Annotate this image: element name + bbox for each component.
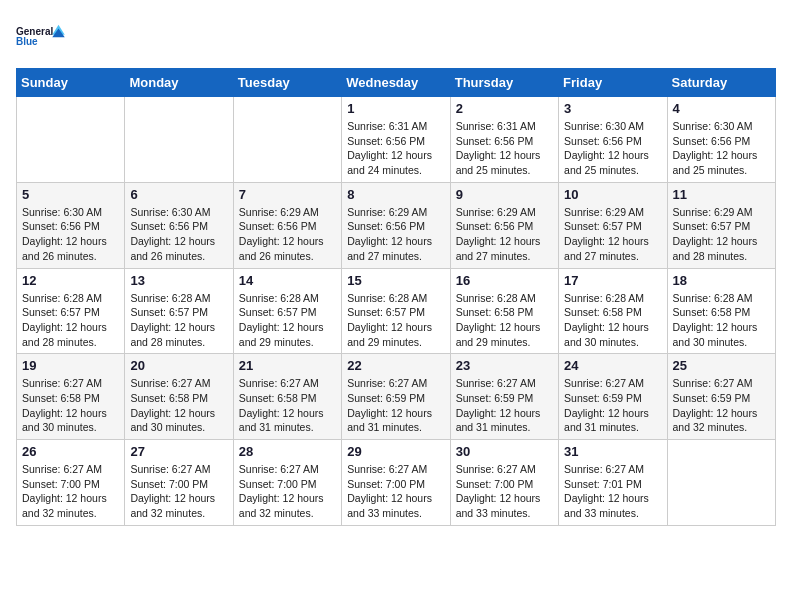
svg-text:Blue: Blue [16, 36, 38, 47]
day-info: Sunrise: 6:31 AM Sunset: 6:56 PM Dayligh… [456, 119, 553, 178]
calendar-cell: 30Sunrise: 6:27 AM Sunset: 7:00 PM Dayli… [450, 440, 558, 526]
day-info: Sunrise: 6:27 AM Sunset: 7:00 PM Dayligh… [239, 462, 336, 521]
calendar-cell: 14Sunrise: 6:28 AM Sunset: 6:57 PM Dayli… [233, 268, 341, 354]
calendar-cell: 28Sunrise: 6:27 AM Sunset: 7:00 PM Dayli… [233, 440, 341, 526]
calendar-cell: 5Sunrise: 6:30 AM Sunset: 6:56 PM Daylig… [17, 182, 125, 268]
day-number: 5 [22, 187, 119, 202]
calendar-cell: 19Sunrise: 6:27 AM Sunset: 6:58 PM Dayli… [17, 354, 125, 440]
calendar-cell: 31Sunrise: 6:27 AM Sunset: 7:01 PM Dayli… [559, 440, 667, 526]
calendar-cell: 20Sunrise: 6:27 AM Sunset: 6:58 PM Dayli… [125, 354, 233, 440]
day-number: 10 [564, 187, 661, 202]
day-number: 19 [22, 358, 119, 373]
calendar-cell: 4Sunrise: 6:30 AM Sunset: 6:56 PM Daylig… [667, 97, 775, 183]
day-number: 4 [673, 101, 770, 116]
day-number: 29 [347, 444, 444, 459]
day-number: 14 [239, 273, 336, 288]
day-number: 1 [347, 101, 444, 116]
day-number: 18 [673, 273, 770, 288]
svg-text:General: General [16, 26, 53, 37]
day-info: Sunrise: 6:29 AM Sunset: 6:56 PM Dayligh… [239, 205, 336, 264]
calendar-cell: 15Sunrise: 6:28 AM Sunset: 6:57 PM Dayli… [342, 268, 450, 354]
day-of-week-header: Saturday [667, 69, 775, 97]
day-number: 20 [130, 358, 227, 373]
day-info: Sunrise: 6:30 AM Sunset: 6:56 PM Dayligh… [564, 119, 661, 178]
day-number: 13 [130, 273, 227, 288]
day-info: Sunrise: 6:28 AM Sunset: 6:57 PM Dayligh… [347, 291, 444, 350]
day-info: Sunrise: 6:27 AM Sunset: 6:59 PM Dayligh… [347, 376, 444, 435]
day-number: 26 [22, 444, 119, 459]
calendar-cell: 1Sunrise: 6:31 AM Sunset: 6:56 PM Daylig… [342, 97, 450, 183]
day-number: 15 [347, 273, 444, 288]
calendar-cell: 12Sunrise: 6:28 AM Sunset: 6:57 PM Dayli… [17, 268, 125, 354]
calendar-cell: 6Sunrise: 6:30 AM Sunset: 6:56 PM Daylig… [125, 182, 233, 268]
day-info: Sunrise: 6:29 AM Sunset: 6:57 PM Dayligh… [564, 205, 661, 264]
calendar-cell: 26Sunrise: 6:27 AM Sunset: 7:00 PM Dayli… [17, 440, 125, 526]
day-number: 21 [239, 358, 336, 373]
day-info: Sunrise: 6:30 AM Sunset: 6:56 PM Dayligh… [130, 205, 227, 264]
calendar-cell: 21Sunrise: 6:27 AM Sunset: 6:58 PM Dayli… [233, 354, 341, 440]
day-number: 9 [456, 187, 553, 202]
day-number: 6 [130, 187, 227, 202]
calendar-cell: 23Sunrise: 6:27 AM Sunset: 6:59 PM Dayli… [450, 354, 558, 440]
day-number: 31 [564, 444, 661, 459]
logo-svg: General Blue [16, 16, 66, 56]
day-info: Sunrise: 6:28 AM Sunset: 6:57 PM Dayligh… [239, 291, 336, 350]
day-number: 28 [239, 444, 336, 459]
day-number: 22 [347, 358, 444, 373]
day-info: Sunrise: 6:31 AM Sunset: 6:56 PM Dayligh… [347, 119, 444, 178]
calendar-cell: 16Sunrise: 6:28 AM Sunset: 6:58 PM Dayli… [450, 268, 558, 354]
day-number: 12 [22, 273, 119, 288]
day-number: 23 [456, 358, 553, 373]
day-number: 17 [564, 273, 661, 288]
day-info: Sunrise: 6:27 AM Sunset: 6:58 PM Dayligh… [239, 376, 336, 435]
calendar-cell: 11Sunrise: 6:29 AM Sunset: 6:57 PM Dayli… [667, 182, 775, 268]
day-info: Sunrise: 6:30 AM Sunset: 6:56 PM Dayligh… [22, 205, 119, 264]
day-info: Sunrise: 6:28 AM Sunset: 6:57 PM Dayligh… [22, 291, 119, 350]
logo: General Blue [16, 16, 66, 56]
calendar-week-row: 12Sunrise: 6:28 AM Sunset: 6:57 PM Dayli… [17, 268, 776, 354]
calendar-week-row: 5Sunrise: 6:30 AM Sunset: 6:56 PM Daylig… [17, 182, 776, 268]
day-of-week-header: Thursday [450, 69, 558, 97]
day-info: Sunrise: 6:27 AM Sunset: 6:59 PM Dayligh… [564, 376, 661, 435]
day-number: 24 [564, 358, 661, 373]
calendar-cell: 10Sunrise: 6:29 AM Sunset: 6:57 PM Dayli… [559, 182, 667, 268]
day-number: 2 [456, 101, 553, 116]
calendar-cell: 22Sunrise: 6:27 AM Sunset: 6:59 PM Dayli… [342, 354, 450, 440]
calendar-table: SundayMondayTuesdayWednesdayThursdayFrid… [16, 68, 776, 526]
day-of-week-header: Monday [125, 69, 233, 97]
calendar-cell [17, 97, 125, 183]
calendar-cell: 24Sunrise: 6:27 AM Sunset: 6:59 PM Dayli… [559, 354, 667, 440]
calendar-cell [125, 97, 233, 183]
day-info: Sunrise: 6:28 AM Sunset: 6:58 PM Dayligh… [673, 291, 770, 350]
day-number: 25 [673, 358, 770, 373]
calendar-cell: 25Sunrise: 6:27 AM Sunset: 6:59 PM Dayli… [667, 354, 775, 440]
day-info: Sunrise: 6:27 AM Sunset: 7:00 PM Dayligh… [130, 462, 227, 521]
day-info: Sunrise: 6:29 AM Sunset: 6:56 PM Dayligh… [456, 205, 553, 264]
calendar-week-row: 1Sunrise: 6:31 AM Sunset: 6:56 PM Daylig… [17, 97, 776, 183]
day-info: Sunrise: 6:29 AM Sunset: 6:56 PM Dayligh… [347, 205, 444, 264]
day-info: Sunrise: 6:27 AM Sunset: 7:00 PM Dayligh… [456, 462, 553, 521]
day-info: Sunrise: 6:28 AM Sunset: 6:58 PM Dayligh… [456, 291, 553, 350]
calendar-cell: 29Sunrise: 6:27 AM Sunset: 7:00 PM Dayli… [342, 440, 450, 526]
calendar-cell: 7Sunrise: 6:29 AM Sunset: 6:56 PM Daylig… [233, 182, 341, 268]
day-info: Sunrise: 6:27 AM Sunset: 7:01 PM Dayligh… [564, 462, 661, 521]
day-number: 27 [130, 444, 227, 459]
day-of-week-header: Tuesday [233, 69, 341, 97]
calendar-cell [233, 97, 341, 183]
calendar-cell: 2Sunrise: 6:31 AM Sunset: 6:56 PM Daylig… [450, 97, 558, 183]
day-info: Sunrise: 6:29 AM Sunset: 6:57 PM Dayligh… [673, 205, 770, 264]
day-info: Sunrise: 6:28 AM Sunset: 6:58 PM Dayligh… [564, 291, 661, 350]
calendar-cell: 9Sunrise: 6:29 AM Sunset: 6:56 PM Daylig… [450, 182, 558, 268]
day-of-week-header: Wednesday [342, 69, 450, 97]
day-number: 30 [456, 444, 553, 459]
day-info: Sunrise: 6:27 AM Sunset: 6:59 PM Dayligh… [456, 376, 553, 435]
calendar-week-row: 19Sunrise: 6:27 AM Sunset: 6:58 PM Dayli… [17, 354, 776, 440]
day-number: 3 [564, 101, 661, 116]
day-info: Sunrise: 6:30 AM Sunset: 6:56 PM Dayligh… [673, 119, 770, 178]
calendar-cell: 18Sunrise: 6:28 AM Sunset: 6:58 PM Dayli… [667, 268, 775, 354]
calendar-cell: 13Sunrise: 6:28 AM Sunset: 6:57 PM Dayli… [125, 268, 233, 354]
calendar-cell: 27Sunrise: 6:27 AM Sunset: 7:00 PM Dayli… [125, 440, 233, 526]
calendar-cell: 3Sunrise: 6:30 AM Sunset: 6:56 PM Daylig… [559, 97, 667, 183]
day-info: Sunrise: 6:27 AM Sunset: 7:00 PM Dayligh… [22, 462, 119, 521]
day-number: 8 [347, 187, 444, 202]
